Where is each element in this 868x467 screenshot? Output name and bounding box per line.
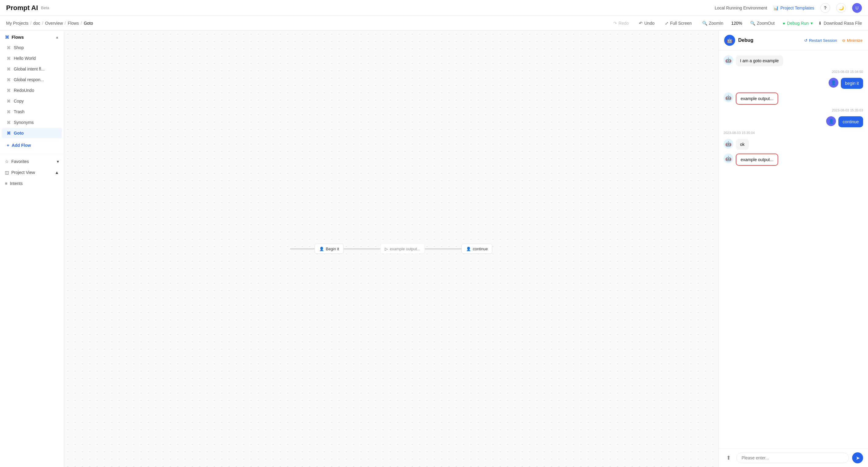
debug-header: 🤖 Debug ↺ Restart Session ⊖ Minimize bbox=[719, 31, 868, 51]
bot-avatar: 🤖 bbox=[723, 139, 733, 148]
flow-item-icon: ⌘ bbox=[7, 109, 11, 114]
avatar[interactable]: U bbox=[852, 3, 862, 13]
debug-bot-icon: 🤖 bbox=[724, 35, 735, 46]
flows-chevron-icon[interactable]: ▲ bbox=[55, 35, 59, 39]
message-timestamp: 2023-08-03 15:35:03 bbox=[723, 108, 863, 112]
attach-button[interactable]: ⬆ bbox=[723, 453, 733, 463]
minimize-button[interactable]: ⊖ Minimize bbox=[842, 38, 863, 43]
debug-input[interactable] bbox=[736, 453, 849, 463]
breadcrumb-flows[interactable]: Flows bbox=[68, 21, 79, 26]
main-layout: ⌘ Flows ▲ ⌘ Shop ⌘ Hello World ⌘ Global … bbox=[0, 31, 868, 467]
user-message-bubble: continue bbox=[838, 116, 863, 127]
bot-avatar: 🤖 bbox=[723, 93, 733, 102]
flow-item-icon: ⌘ bbox=[7, 45, 11, 50]
flow-item-icon: ⌘ bbox=[7, 67, 11, 71]
help-button[interactable]: ? bbox=[820, 3, 830, 13]
debug-header-right: ↺ Restart Session ⊖ Minimize bbox=[804, 38, 863, 43]
toolbar: ↷ Redo ↶ Undo ⤢ Full Screen 🔍 ZoomIn 120… bbox=[611, 20, 862, 27]
bot-message-bubble: ok bbox=[736, 139, 749, 150]
flow-item-icon: ⌘ bbox=[7, 131, 11, 136]
breadcrumb: My Projects / doc / Overview / Flows / G… bbox=[6, 21, 93, 26]
breadcrumb-bar: My Projects / doc / Overview / Flows / G… bbox=[0, 16, 868, 31]
top-nav-right: Local Running Environment 📊 Project Temp… bbox=[715, 3, 862, 13]
redo-button[interactable]: ↷ Redo bbox=[611, 20, 631, 27]
debug-header-left: 🤖 Debug bbox=[724, 35, 753, 46]
bar-chart-icon: 📊 bbox=[773, 5, 778, 10]
flow-canvas: 👤 Begin it ▷ example output... 👤 continu… bbox=[290, 244, 492, 254]
breadcrumb-doc[interactable]: doc bbox=[33, 21, 40, 26]
canvas-area[interactable]: 👤 Begin it ▷ example output... 👤 continu… bbox=[64, 31, 718, 467]
flow-line-middle2 bbox=[425, 248, 462, 249]
sidebar-item-global-intent-fl...[interactable]: ⌘ Global intent fl... bbox=[2, 64, 62, 74]
message-row: 🤖ok bbox=[723, 139, 863, 150]
flow-line-middle1 bbox=[344, 248, 380, 249]
debug-input-area: ⬆ ➤ bbox=[719, 448, 868, 467]
project-view-icon: ◫ bbox=[5, 170, 9, 175]
sidebar-intents[interactable]: ≡ Intents bbox=[0, 178, 64, 189]
project-templates-link[interactable]: 📊 Project Templates bbox=[773, 5, 814, 10]
sidebar-item-copy[interactable]: ⌘ Copy bbox=[2, 96, 62, 106]
user-message-bubble: begin it bbox=[841, 78, 863, 89]
flow-item-icon: ⌘ bbox=[7, 99, 11, 103]
undo-button[interactable]: ↶ Undo bbox=[637, 20, 657, 27]
sidebar-divider bbox=[0, 154, 64, 154]
flow-node-example-output[interactable]: ▷ example output... bbox=[380, 244, 425, 254]
bot-message-bubble: example output... bbox=[736, 93, 778, 105]
flow-line-start bbox=[290, 248, 315, 249]
favorites-chevron-icon: ▾ bbox=[57, 159, 59, 164]
play-icon: ● bbox=[782, 21, 785, 26]
app-title: Prompt AI bbox=[6, 4, 38, 12]
play-triangle-icon: ▷ bbox=[385, 246, 388, 251]
restart-session-button[interactable]: ↺ Restart Session bbox=[804, 38, 837, 43]
user-avatar: 👤 bbox=[826, 116, 836, 126]
favorites-icon: ☆ bbox=[5, 159, 9, 164]
flows-section-label: Flows bbox=[11, 35, 24, 40]
breadcrumb-my-projects[interactable]: My Projects bbox=[6, 21, 28, 26]
debug-messages: 🤖I am a goto example2023-08-03 15:34:50b… bbox=[719, 51, 868, 448]
message-timestamp: 2023-08-03 15:35:04 bbox=[723, 131, 863, 135]
debug-panel: 🤖 Debug ↺ Restart Session ⊖ Minimize 🤖I … bbox=[718, 31, 868, 467]
restart-icon: ↺ bbox=[804, 38, 808, 43]
breadcrumb-overview[interactable]: Overview bbox=[45, 21, 63, 26]
zoom-in-button[interactable]: 🔍 ZoomIn bbox=[700, 20, 726, 27]
sidebar-item-redoundo[interactable]: ⌘ RedoUndo bbox=[2, 85, 62, 96]
bot-message-bubble: I am a goto example bbox=[736, 55, 783, 66]
flow-node-begin-it[interactable]: 👤 Begin it bbox=[315, 244, 344, 254]
sidebar-favorites[interactable]: ☆ Favorites ▾ bbox=[0, 156, 64, 167]
user-icon2: 👤 bbox=[466, 246, 471, 251]
local-env-link[interactable]: Local Running Environment bbox=[715, 5, 767, 10]
sidebar-item-hello-world[interactable]: ⌘ Hello World bbox=[2, 53, 62, 64]
download-icon: ⬇ bbox=[818, 21, 822, 26]
flow-node-continue[interactable]: 👤 continue bbox=[462, 244, 492, 254]
flow-item-icon: ⌘ bbox=[7, 77, 11, 82]
message-timestamp: 2023-08-03 15:34:50 bbox=[723, 70, 863, 73]
user-avatar: 👤 bbox=[829, 78, 838, 88]
send-button[interactable]: ➤ bbox=[852, 452, 863, 463]
message-row: 🤖I am a goto example bbox=[723, 55, 863, 66]
sidebar-project-view[interactable]: ◫ Project View ▲ bbox=[0, 167, 64, 178]
bot-message-bubble: example output... bbox=[736, 154, 778, 166]
sidebar-item-shop[interactable]: ⌘ Shop bbox=[2, 42, 62, 53]
message-row: begin it👤 bbox=[723, 78, 863, 89]
full-screen-icon: ⤢ bbox=[665, 21, 669, 26]
top-nav: Prompt AI Beta Local Running Environment… bbox=[0, 0, 868, 16]
bot-avatar: 🤖 bbox=[723, 55, 733, 65]
full-screen-button[interactable]: ⤢ Full Screen bbox=[662, 20, 694, 27]
flow-row: 👤 Begin it ▷ example output... 👤 continu… bbox=[290, 244, 492, 254]
sidebar-item-goto[interactable]: ⌘ Goto bbox=[2, 128, 62, 138]
intents-icon: ≡ bbox=[5, 181, 7, 186]
zoom-level: 120% bbox=[731, 21, 742, 26]
chevron-down-icon: ▾ bbox=[811, 21, 813, 26]
debug-run-button[interactable]: ● Debug Run ▾ bbox=[782, 21, 812, 26]
download-rasa-button[interactable]: ⬇ Download Rasa File bbox=[818, 21, 862, 26]
sidebar-item-global-respon...[interactable]: ⌘ Global respon... bbox=[2, 74, 62, 85]
debug-title: Debug bbox=[738, 38, 753, 43]
zoom-out-button[interactable]: 🔍 ZoomOut bbox=[748, 20, 777, 27]
sidebar-item-trash[interactable]: ⌘ Trash bbox=[2, 106, 62, 117]
sidebar-flows-list: ⌘ Shop ⌘ Hello World ⌘ Global intent fl.… bbox=[0, 42, 64, 139]
flows-icon: ⌘ bbox=[5, 35, 9, 40]
sidebar-item-synonyms[interactable]: ⌘ Synonyms bbox=[2, 117, 62, 128]
flow-item-icon: ⌘ bbox=[7, 120, 11, 125]
theme-toggle-button[interactable]: 🌙 bbox=[836, 3, 846, 13]
add-flow-button[interactable]: + Add Flow bbox=[2, 140, 62, 151]
